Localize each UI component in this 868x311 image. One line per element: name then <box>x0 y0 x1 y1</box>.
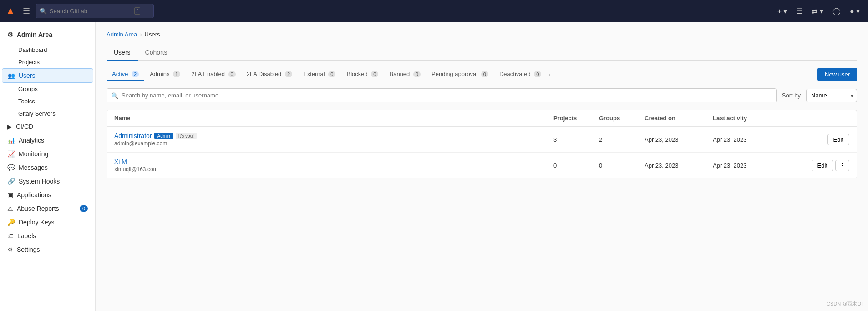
top-nav: ▲ ☰ 🔍 / + ▾ ☰ ⇄ ▾ ◯ ● ▾ <box>0 0 868 22</box>
abuse-icon: ⚠ <box>7 205 13 212</box>
sort-label: Sort by <box>782 92 801 99</box>
user-created-xim: Apr 23, 2023 <box>645 162 713 169</box>
sidebar-item-abuse-reports[interactable]: ⚠ Abuse Reports 0 <box>0 202 95 215</box>
settings-icon: ⚙ <box>7 246 13 253</box>
sort-select-wrap: Name Created date Last activity Projects <box>806 89 857 102</box>
search-sort-bar: 🔍 Sort by Name Created date Last activit… <box>107 88 857 102</box>
col-projects: Projects <box>553 115 599 122</box>
user-name-xim[interactable]: Xi M <box>114 158 127 165</box>
cicd-icon: ▶ <box>7 123 12 130</box>
users-table: Name Projects Groups Created on Last act… <box>107 110 857 178</box>
sidebar-item-cicd[interactable]: ▶ CI/CD <box>0 120 95 133</box>
user-avatar-icon[interactable]: ● ▾ <box>847 5 863 17</box>
sidebar: ⚙ Admin Area Dashboard Projects 👥 Users … <box>0 22 96 311</box>
sidebar-item-deploy-keys[interactable]: 🔑 Deploy Keys <box>0 215 95 229</box>
sidebar-item-projects[interactable]: Projects <box>0 56 95 68</box>
user-projects-administrator: 3 <box>553 136 599 143</box>
user-name-administrator[interactable]: Administrator <box>114 132 152 139</box>
filter-active[interactable]: Active 2 <box>107 68 144 81</box>
user-groups-xim: 0 <box>599 162 645 169</box>
col-name: Name <box>114 115 553 122</box>
sidebar-item-settings[interactable]: ⚙ Settings <box>0 243 95 256</box>
sidebar-header: ⚙ Admin Area <box>0 27 95 44</box>
deploy-icon: 🔑 <box>7 219 15 226</box>
search-wrap: 🔍 <box>107 88 777 102</box>
main-content: Admin Area › Users Users Cohorts Active … <box>96 22 868 311</box>
monitoring-icon: 📈 <box>7 150 15 158</box>
sidebar-item-system-hooks[interactable]: 🔗 System Hooks <box>0 174 95 188</box>
abuse-reports-badge: 0 <box>80 205 88 212</box>
breadcrumb: Admin Area › Users <box>107 31 857 38</box>
breadcrumb-parent[interactable]: Admin Area <box>107 31 137 38</box>
user-activity-xim: Apr 23, 2023 <box>713 162 795 169</box>
gitlab-logo: ▲ <box>5 5 15 17</box>
user-activity-administrator: Apr 23, 2023 <box>713 136 795 143</box>
more-actions-button-xim[interactable]: ⋮ <box>835 160 849 171</box>
user-info-xim: Xi M ximuqii@163.com <box>114 158 553 173</box>
search-icon: 🔍 <box>111 92 118 99</box>
sidebar-item-groups[interactable]: Groups <box>0 83 95 95</box>
messages-icon: 💬 <box>7 164 15 171</box>
search-input[interactable] <box>50 8 132 15</box>
tab-cohorts[interactable]: Cohorts <box>138 45 175 61</box>
user-email-administrator: admin@example.com <box>114 140 553 147</box>
user-email-xim: ximuqii@163.com <box>114 166 553 173</box>
col-created-on: Created on <box>645 115 713 122</box>
filter-more-chevron[interactable]: › <box>548 71 550 78</box>
edit-button-administrator[interactable]: Edit <box>827 134 849 145</box>
sidebar-item-analytics[interactable]: 📊 Analytics <box>0 133 95 147</box>
user-info-administrator: Administrator Admin It's you! admin@exam… <box>114 132 553 147</box>
todo-icon[interactable]: ☰ <box>793 5 805 17</box>
filter-banned[interactable]: Banned 0 <box>384 68 426 81</box>
filter-deactivated[interactable]: Deactivated 0 <box>494 68 547 81</box>
sidebar-item-applications[interactable]: ▣ Applications <box>0 188 95 202</box>
sidebar-item-topics[interactable]: Topics <box>0 95 95 107</box>
sidebar-item-gitaly-servers[interactable]: Gitaly Servers <box>0 107 95 120</box>
tab-users[interactable]: Users <box>107 45 138 61</box>
filter-admins[interactable]: Admins 1 <box>144 68 186 81</box>
new-user-button[interactable]: New user <box>817 68 857 81</box>
applications-icon: ▣ <box>7 191 13 199</box>
table-row: Administrator Admin It's you! admin@exam… <box>107 127 857 153</box>
sidebar-item-dashboard[interactable]: Dashboard <box>0 44 95 56</box>
edit-button-xim[interactable]: Edit <box>812 160 833 171</box>
sidebar-item-monitoring[interactable]: 📈 Monitoring <box>0 147 95 161</box>
user-groups-administrator: 2 <box>599 136 645 143</box>
search-icon: 🔍 <box>40 8 47 15</box>
col-actions <box>795 115 849 122</box>
search-bar: 🔍 / <box>36 4 154 18</box>
col-last-activity: Last activity <box>713 115 795 122</box>
badge-itsyou: It's you! <box>176 133 197 139</box>
filter-2fa-disabled[interactable]: 2FA Disabled 2 <box>241 68 298 81</box>
footer-watermark: CSDN @西木QI <box>827 301 863 307</box>
col-groups: Groups <box>599 115 645 122</box>
table-header: Name Projects Groups Created on Last act… <box>107 110 857 127</box>
filter-bar: Active 2 Admins 1 2FA Enabled 0 2FA Disa… <box>107 68 857 81</box>
user-actions-xim: Edit ⋮ <box>795 160 849 171</box>
sidebar-item-labels[interactable]: 🏷 Labels <box>0 229 95 243</box>
filter-blocked[interactable]: Blocked 0 <box>341 68 384 81</box>
labels-icon: 🏷 <box>7 232 14 240</box>
hamburger-icon[interactable]: ☰ <box>21 4 32 18</box>
plus-dropdown-icon[interactable]: + ▾ <box>775 5 790 17</box>
filter-pending-approval[interactable]: Pending approval 0 <box>426 68 494 81</box>
filter-external[interactable]: External 0 <box>298 68 341 81</box>
issue-icon[interactable]: ◯ <box>830 5 843 17</box>
page-tabs: Users Cohorts <box>107 45 857 61</box>
breadcrumb-current: Users <box>145 31 160 38</box>
analytics-icon: 📊 <box>7 137 15 144</box>
search-shortcut: / <box>134 7 140 15</box>
user-search-input[interactable] <box>107 88 777 102</box>
user-actions-administrator: Edit <box>795 134 849 145</box>
top-nav-icons: + ▾ ☰ ⇄ ▾ ◯ ● ▾ <box>775 5 863 17</box>
breadcrumb-separator: › <box>140 31 142 38</box>
table-row: Xi M ximuqii@163.com 0 0 Apr 23, 2023 Ap… <box>107 153 857 178</box>
filter-2fa-enabled[interactable]: 2FA Enabled 0 <box>186 68 241 81</box>
sidebar-item-messages[interactable]: 💬 Messages <box>0 161 95 174</box>
sort-select[interactable]: Name Created date Last activity Projects <box>806 89 857 102</box>
admin-icon: ⚙ <box>7 31 13 38</box>
badge-admin: Admin <box>154 133 173 139</box>
users-icon: 👥 <box>8 72 15 79</box>
merge-request-icon[interactable]: ⇄ ▾ <box>809 5 826 17</box>
sidebar-item-users[interactable]: 👥 Users <box>2 68 93 83</box>
